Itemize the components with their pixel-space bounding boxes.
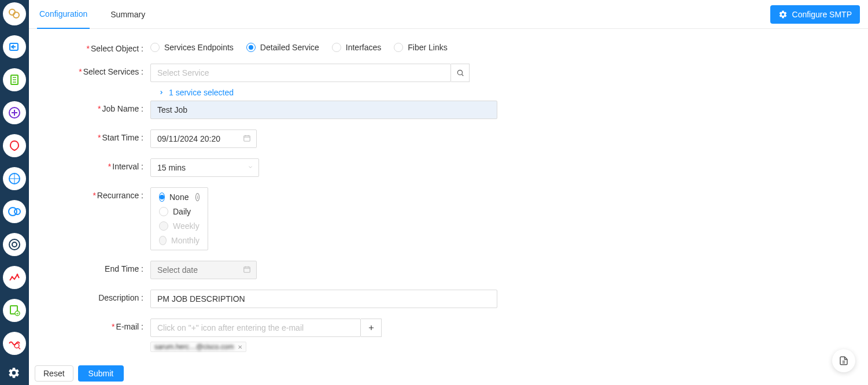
tab-summary[interactable]: Summary [108, 0, 147, 29]
radio-recur-monthly: Monthly [159, 236, 200, 245]
configure-smtp-button[interactable]: Configure SMTP [770, 5, 860, 24]
job-name-input[interactable] [150, 101, 497, 119]
svg-rect-17 [244, 267, 250, 272]
job-name-label: *Job Name : [64, 101, 150, 113]
add-email-button[interactable] [361, 319, 382, 337]
configure-smtp-label: Configure SMTP [792, 10, 852, 19]
description-label: Description : [64, 290, 150, 302]
tabs: Configuration Summary [37, 0, 166, 29]
description-input[interactable] [150, 290, 497, 308]
radio-recur-daily[interactable]: Daily [159, 207, 200, 216]
radio-services-endpoints[interactable]: Services Endpoints [150, 43, 234, 52]
sidebar-item-0[interactable] [3, 2, 26, 25]
sidebar [0, 0, 29, 385]
svg-point-13 [15, 311, 20, 316]
select-services-label: *Select Services : [64, 64, 150, 76]
email-label: *E-mail : [64, 319, 150, 331]
svg-point-9 [12, 242, 17, 247]
radio-recur-weekly: Weekly [159, 221, 200, 231]
search-button[interactable] [451, 64, 470, 82]
chevron-down-icon [248, 164, 253, 170]
sidebar-item-5[interactable] [3, 167, 26, 190]
settings-gear-icon[interactable] [8, 367, 21, 380]
email-tag: sarum.herc…@cisco.com ✕ [150, 342, 246, 352]
end-time-input [150, 261, 257, 279]
sidebar-item-4[interactable] [3, 134, 26, 157]
svg-point-10 [12, 276, 13, 278]
plus-icon [367, 324, 375, 332]
chevron-right-icon [158, 90, 164, 95]
floating-doc-button[interactable] [832, 349, 855, 372]
start-time-label: *Start Time : [64, 129, 150, 142]
radio-fiber-links[interactable]: Fiber Links [394, 43, 447, 52]
select-object-radio-group: Services Endpoints Detailed Service Inte… [150, 40, 448, 52]
sidebar-item-6[interactable] [3, 200, 26, 223]
email-tag-text: sarum.herc…@cisco.com [154, 343, 234, 351]
sidebar-item-1[interactable] [3, 35, 26, 58]
document-icon [839, 356, 849, 366]
svg-point-11 [17, 274, 19, 276]
info-icon: i [195, 193, 200, 201]
services-selected-text: 1 service selected [169, 88, 234, 97]
recurrance-label: *Recurrance : [64, 187, 150, 200]
interval-label: *Interval : [64, 158, 150, 171]
radio-detailed-service[interactable]: Detailed Service [246, 43, 319, 52]
form-area: *Select Object : Services Endpoints Deta… [29, 29, 868, 362]
sidebar-item-3[interactable] [3, 101, 26, 124]
sidebar-item-9[interactable] [3, 299, 26, 322]
svg-point-14 [14, 343, 19, 348]
calendar-icon [243, 134, 251, 142]
services-selected-expand[interactable]: 1 service selected [150, 82, 470, 97]
recurrance-radio-group: Nonei Daily Weekly Monthly [150, 187, 208, 250]
radio-interfaces[interactable]: Interfaces [332, 43, 381, 52]
header: Configuration Summary Configure SMTP [29, 0, 868, 29]
sidebar-item-7[interactable] [3, 233, 26, 256]
svg-point-15 [457, 70, 462, 75]
tab-configuration[interactable]: Configuration [37, 0, 90, 29]
remove-email-icon[interactable]: ✕ [238, 344, 242, 350]
start-time-input[interactable] [150, 129, 257, 148]
end-time-label: End Time : [64, 261, 150, 273]
radio-recur-none[interactable]: Nonei [159, 192, 200, 202]
email-input[interactable] [150, 319, 361, 337]
svg-point-8 [9, 239, 20, 250]
svg-point-0 [9, 9, 15, 15]
calendar-icon [243, 265, 251, 273]
search-icon [456, 69, 464, 77]
reset-button[interactable]: Reset [35, 365, 73, 382]
select-service-input[interactable] [150, 64, 451, 82]
footer: Reset Submit [29, 362, 868, 385]
interval-select[interactable]: 15 mins [150, 158, 259, 177]
svg-rect-16 [244, 136, 250, 141]
submit-button[interactable]: Submit [78, 365, 124, 382]
sidebar-item-8[interactable] [3, 266, 26, 289]
main-content: Configuration Summary Configure SMTP *Se… [29, 0, 868, 385]
gear-icon [778, 10, 788, 19]
svg-point-1 [13, 12, 19, 18]
select-object-label: *Select Object : [64, 40, 150, 53]
sidebar-item-10[interactable] [3, 332, 26, 355]
sidebar-item-2[interactable] [3, 68, 26, 91]
